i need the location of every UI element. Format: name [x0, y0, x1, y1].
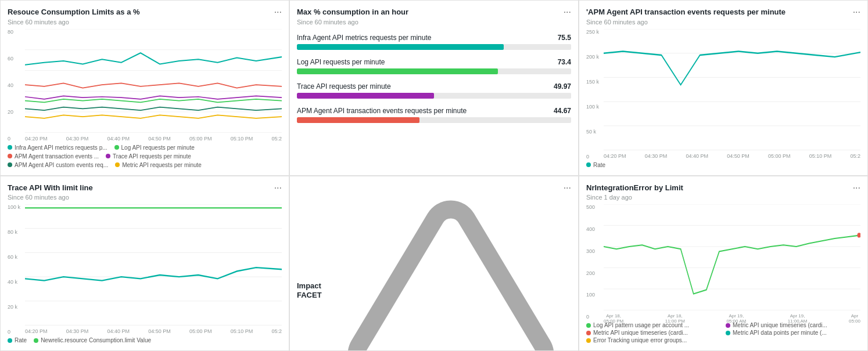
legend-label: APM Agent transaction events ... — [15, 153, 99, 160]
legend-color — [114, 145, 119, 150]
legend: Log API pattern usage per account ... Me… — [586, 322, 860, 343]
legend-item: Infra Agent API metrics requests p... — [8, 144, 107, 151]
legend-label: Metric API data points per minute (... — [733, 330, 827, 336]
legend-label: Newrelic.resource Consumption.limit Valu… — [41, 337, 151, 343]
panel-title: Trace API With limit line — [8, 183, 274, 193]
panel-title: Resouce Consumption Limits as a % — [8, 8, 274, 17]
legend-label: Infra Agent API metrics requests p... — [15, 144, 107, 151]
panel-menu-button[interactable]: ··· — [274, 8, 282, 17]
dashboard: Resouce Consumption Limits as a % ··· Si… — [0, 0, 868, 351]
panel-menu-button[interactable]: ··· — [274, 183, 282, 193]
legend-item: Rate — [8, 337, 27, 343]
chart-inner: 04:20 PM 04:30 PM 04:40 PM 04:50 PM 05:0… — [25, 29, 282, 133]
legend-item: Rate — [586, 162, 605, 168]
bar-header: Log API requests per minute 73.4 — [297, 58, 571, 66]
bar-item: Infra Agent API metrics requests per min… — [297, 34, 571, 50]
legend-color — [8, 338, 12, 343]
chart-area: Infra Agent API metrics requests per min… — [297, 29, 571, 168]
chart-area: 100 k 80 k 60 k 40 k 20 k 0 — [8, 204, 282, 335]
panel-subtitle: Since 1 day ago — [586, 194, 860, 201]
x-axis: 04:20 PM 04:30 PM 04:40 PM 04:50 PM 05:0… — [604, 153, 860, 159]
bar-value: 73.4 — [558, 58, 571, 66]
legend-item: Trace API requests per minute — [106, 153, 191, 160]
x-axis: 04:20 PM 04:30 PM 04:40 PM 04:50 PM 05:0… — [25, 328, 282, 334]
panel-header: Impact FACET ··· — [297, 183, 571, 352]
panel-title: NrIntegrationError by Limit — [586, 183, 853, 193]
panel-title: Impact FACET — [297, 183, 564, 352]
svg-point-31 — [857, 233, 860, 238]
bar-header: APM Agent API transaction events request… — [297, 107, 571, 115]
legend-label: Metric API requests per minute — [122, 162, 202, 168]
panel-subtitle: Since 60 minutes ago — [8, 194, 282, 201]
legend-color — [8, 154, 12, 158]
panel-title: 'APM Agent API transaction events reques… — [586, 8, 853, 17]
x-axis: 04:20 PM 04:30 PM 04:40 PM 04:50 PM 05:0… — [25, 136, 282, 142]
panel-header: Resouce Consumption Limits as a % ··· — [8, 8, 282, 17]
bar-track — [297, 117, 571, 123]
bar-value: 49.97 — [554, 82, 571, 91]
legend-color — [34, 338, 38, 343]
bar-header: Trace API requests per minute 49.97 — [297, 82, 571, 91]
legend-color — [586, 323, 591, 328]
legend-item: Metric API unique timeseries (cardi... — [586, 330, 721, 336]
legend-item: APM Agent API custom events req... — [8, 162, 108, 168]
chart-inner: 04:20 PM 04:30 PM 04:40 PM 04:50 PM 05:0… — [25, 204, 282, 325]
bar-fill — [297, 117, 419, 123]
warning-icon — [343, 183, 559, 352]
panel-max-consumption: Max % consumption in an hour ··· Since 6… — [289, 0, 579, 176]
panel-subtitle: Since 60 minutes ago — [8, 19, 282, 26]
chart-area: 250 k 200 k 150 k 100 k 50 k 0 — [586, 29, 860, 160]
panel-menu-button[interactable]: ··· — [564, 183, 571, 193]
panel-menu-button[interactable]: ··· — [564, 8, 571, 17]
panel-impact-facet: Impact FACET ··· Since 60 minutes ago 1 … — [289, 176, 579, 352]
panel-resource-consumption: Resouce Consumption Limits as a % ··· Si… — [0, 0, 289, 176]
panel-menu-button[interactable]: ··· — [853, 183, 860, 193]
x-axis: Apr 18,05:00 PM Apr 18,11:00 PM Apr 19,0… — [604, 313, 860, 324]
bar-label: Log API requests per minute — [297, 58, 385, 66]
panel-header: 'APM Agent API transaction events reques… — [586, 8, 860, 17]
chart-area: 80 60 40 20 0 — [8, 29, 282, 142]
legend-item: Newrelic.resource Consumption.limit Valu… — [34, 337, 151, 343]
y-axis: 80 60 40 20 0 — [8, 29, 24, 142]
bar-label: APM Agent API transaction events request… — [297, 107, 467, 115]
panel-header: Trace API With limit line ··· — [8, 183, 282, 193]
bar-label: Trace API requests per minute — [297, 82, 391, 91]
legend-color — [115, 162, 120, 167]
line-chart-svg — [25, 29, 282, 133]
legend-color — [586, 162, 591, 167]
legend-color — [726, 331, 730, 335]
legend-label: APM Agent API custom events req... — [15, 162, 108, 168]
legend: Rate Newrelic.resource Consumption.limit… — [8, 337, 282, 343]
legend-label: Rate — [15, 337, 27, 343]
panel-nr-integration: NrIntegrationError by Limit ··· Since 1 … — [579, 176, 868, 352]
legend-label: Log API requests per minute — [121, 144, 195, 151]
line-chart-svg — [604, 204, 860, 310]
legend: Rate — [586, 162, 860, 168]
legend-label: Metric API unique timeseries (cardi... — [593, 330, 688, 336]
panel-subtitle: Since 60 minutes ago — [586, 19, 860, 26]
panel-menu-button[interactable]: ··· — [853, 8, 860, 17]
panel-header: Max % consumption in an hour ··· — [297, 8, 571, 17]
bar-fill — [297, 93, 434, 99]
y-axis: 250 k 200 k 150 k 100 k 50 k 0 — [586, 29, 602, 160]
bar-value: 44.67 — [554, 107, 571, 115]
legend-item: Error Tracking unique error groups... — [586, 337, 721, 343]
bar-track — [297, 68, 571, 74]
line-chart-svg — [25, 204, 282, 325]
legend-item: Log API requests per minute — [114, 144, 195, 151]
bar-track — [297, 93, 571, 99]
bar-label: Infra Agent API metrics requests per min… — [297, 34, 431, 42]
legend-color — [106, 154, 110, 158]
legend-label: Error Tracking unique error groups... — [593, 337, 687, 343]
legend-item: APM Agent transaction events ... — [8, 153, 99, 160]
chart-inner: 04:20 PM 04:30 PM 04:40 PM 04:50 PM 05:0… — [604, 29, 860, 150]
bar-fill — [297, 44, 504, 50]
legend-item: Metric API data points per minute (... — [726, 330, 860, 336]
legend-label: Trace API requests per minute — [113, 153, 191, 160]
y-axis: 100 k 80 k 60 k 40 k 20 k 0 — [8, 204, 24, 335]
panel-header: NrIntegrationError by Limit ··· — [586, 183, 860, 193]
chart-area: 500 400 300 200 100 0 — [586, 204, 860, 320]
bar-value: 75.5 — [558, 34, 571, 42]
chart-inner: Apr 18,05:00 PM Apr 18,11:00 PM Apr 19,0… — [604, 204, 860, 310]
bar-fill — [297, 68, 498, 74]
